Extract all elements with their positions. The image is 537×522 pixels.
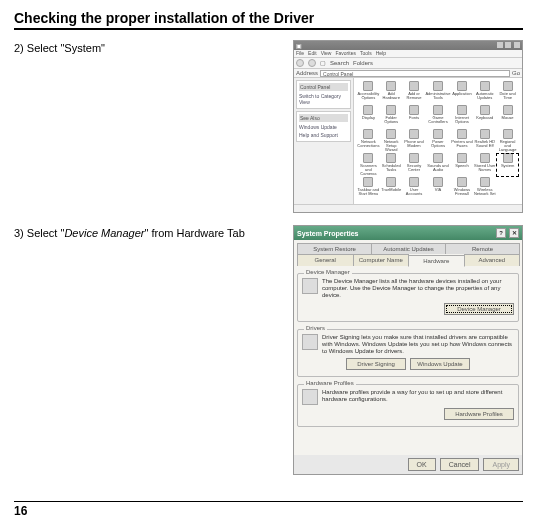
windows-update-button[interactable]: Windows Update bbox=[410, 358, 470, 370]
cp-icon-truemobile[interactable]: TrueMobile bbox=[380, 177, 403, 201]
menu-help[interactable]: Help bbox=[376, 50, 386, 57]
tab-advanced[interactable]: Advanced bbox=[464, 254, 521, 266]
link-help-support[interactable]: Help and Support bbox=[299, 131, 348, 139]
menu-file[interactable]: File bbox=[296, 50, 304, 57]
driver-signing-button[interactable]: Driver Signing bbox=[346, 358, 406, 370]
cp-icon-grid: Accessibility OptionsAdd HardwareAdd or … bbox=[354, 78, 522, 204]
device-manager-icon bbox=[302, 278, 318, 294]
cp-icon-scheduled-tasks[interactable]: Scheduled Tasks bbox=[380, 153, 403, 177]
cp-icon-accessibility-options[interactable]: Accessibility Options bbox=[357, 81, 380, 105]
cp-icon-realtek-hd-sound-eff[interactable]: Realtek HD Sound Eff bbox=[473, 129, 496, 153]
group-hardware-profiles: Hardware Profiles Hardware profiles prov… bbox=[297, 384, 519, 427]
applet-label: Power Options bbox=[425, 140, 450, 148]
folders-button[interactable]: Folders bbox=[353, 60, 373, 66]
cp-icon-speech[interactable]: Speech bbox=[451, 153, 474, 177]
cp-icon-user-accounts[interactable]: User Accounts bbox=[403, 177, 426, 201]
cp-icon-display[interactable]: Display bbox=[357, 105, 380, 129]
cp-icon-internet-options[interactable]: Internet Options bbox=[451, 105, 474, 129]
cp-icon-phone-and-modem[interactable]: Phone and Modem bbox=[403, 129, 426, 153]
cp-icon-stored-user-names[interactable]: Stored User Names bbox=[473, 153, 496, 177]
back-icon[interactable] bbox=[296, 59, 304, 67]
tab-general[interactable]: General bbox=[297, 254, 354, 266]
tab-automatic-updates[interactable]: Automatic Updates bbox=[371, 243, 446, 254]
cp-icon-keyboard[interactable]: Keyboard bbox=[473, 105, 496, 129]
applet-label: Accessibility Options bbox=[357, 92, 380, 100]
search-button[interactable]: Search bbox=[330, 60, 349, 66]
applet-icon bbox=[457, 177, 467, 187]
cp-icon-add-or-remove[interactable]: Add or Remove bbox=[403, 81, 426, 105]
legend-device-manager: Device Manager bbox=[304, 269, 352, 275]
applet-label: Add or Remove bbox=[403, 92, 426, 100]
cp-icon-administrative-tools[interactable]: Administrative Tools bbox=[425, 81, 450, 105]
cp-icon-game-controllers[interactable]: Game Controllers bbox=[425, 105, 450, 129]
applet-icon bbox=[480, 129, 490, 139]
cp-icon-wireless-network-set[interactable]: Wireless Network Set bbox=[473, 177, 496, 201]
menu-view[interactable]: View bbox=[321, 50, 332, 57]
cp-icon-date-and-time[interactable]: Date and Time bbox=[496, 81, 519, 105]
apply-button[interactable]: Apply bbox=[483, 458, 519, 471]
applet-icon bbox=[457, 153, 467, 163]
cp-icon-folder-options[interactable]: Folder Options bbox=[380, 105, 403, 129]
legend-hardware-profiles: Hardware Profiles bbox=[304, 380, 356, 386]
applet-label: Wireless Network Set bbox=[473, 188, 496, 196]
cp-icon-mouse[interactable]: Mouse bbox=[496, 105, 519, 129]
cp-icon-network-connections[interactable]: Network Connections bbox=[357, 129, 380, 153]
applet-icon bbox=[386, 105, 396, 115]
applet-label: Stored User Names bbox=[473, 164, 496, 172]
close-icon[interactable]: ✕ bbox=[509, 228, 519, 238]
menu-favorites[interactable]: Favorites bbox=[335, 50, 356, 57]
forward-icon[interactable] bbox=[308, 59, 316, 67]
applet-icon bbox=[457, 81, 467, 91]
applet-icon bbox=[433, 129, 443, 139]
step-2-row: 2) Select "System" ▣ File Edit View Favo… bbox=[14, 40, 523, 213]
cp-icon-security-center[interactable]: Security Center bbox=[403, 153, 426, 177]
cp-icon-application[interactable]: Application bbox=[451, 81, 474, 105]
minimize-icon[interactable] bbox=[497, 42, 503, 48]
cp-icon-sounds-and-audio[interactable]: Sounds and Audio bbox=[425, 153, 450, 177]
applet-icon bbox=[363, 129, 373, 139]
drivers-text: Driver Signing lets you make sure that i… bbox=[322, 334, 514, 356]
cp-icon-regional-and-language[interactable]: Regional and Language bbox=[496, 129, 519, 153]
cp-icon-windows-firewall[interactable]: Windows Firewall bbox=[451, 177, 474, 201]
applet-label: Realtek HD Sound Eff bbox=[473, 140, 496, 148]
tab-computer-name[interactable]: Computer Name bbox=[353, 254, 410, 266]
cp-sidebar: Control Panel Switch to Category View Se… bbox=[294, 78, 354, 204]
applet-label: Scheduled Tasks bbox=[380, 164, 403, 172]
cp-icon-scanners-and-cameras[interactable]: Scanners and Cameras bbox=[357, 153, 380, 177]
cp-toolbar: ▢ Search Folders bbox=[294, 58, 522, 69]
applet-label: Mouse bbox=[502, 116, 514, 120]
applet-icon bbox=[386, 153, 396, 163]
panel-head-seealso: See Also bbox=[299, 114, 348, 122]
link-switch-view[interactable]: Switch to Category View bbox=[299, 92, 348, 106]
tab-remote[interactable]: Remote bbox=[445, 243, 520, 254]
applet-icon bbox=[457, 105, 467, 115]
close-icon[interactable] bbox=[514, 42, 520, 48]
up-icon[interactable]: ▢ bbox=[320, 59, 326, 66]
device-manager-button[interactable]: Device Manager bbox=[444, 303, 514, 315]
applet-icon bbox=[386, 81, 396, 91]
cp-icon-power-options[interactable]: Power Options bbox=[425, 129, 450, 153]
cancel-button[interactable]: Cancel bbox=[440, 458, 480, 471]
menu-tools[interactable]: Tools bbox=[360, 50, 372, 57]
cp-icon-network-setup-wizard[interactable]: Network Setup Wizard bbox=[380, 129, 403, 153]
tab-hardware[interactable]: Hardware bbox=[408, 255, 465, 267]
hardware-profiles-button[interactable]: Hardware Profiles bbox=[444, 408, 514, 420]
cp-icon-taskbar-and-start-menu[interactable]: Taskbar and Start Menu bbox=[357, 177, 380, 201]
maximize-icon[interactable] bbox=[505, 42, 511, 48]
cp-icon-system[interactable]: System bbox=[496, 153, 519, 177]
cp-icon-fonts[interactable]: Fonts bbox=[403, 105, 426, 129]
cp-icon-via[interactable]: VIA bbox=[425, 177, 450, 201]
cp-icon-add-hardware[interactable]: Add Hardware bbox=[380, 81, 403, 105]
cp-icon-automatic-updates[interactable]: Automatic Updates bbox=[473, 81, 496, 105]
cp-icon-printers-and-faxes[interactable]: Printers and Faxes bbox=[451, 129, 474, 153]
menu-edit[interactable]: Edit bbox=[308, 50, 317, 57]
applet-label: Regional and Language bbox=[496, 140, 519, 152]
applet-icon bbox=[386, 177, 396, 187]
address-input[interactable]: Control Panel bbox=[320, 70, 510, 77]
help-icon[interactable]: ? bbox=[496, 228, 506, 238]
applet-label: VIA bbox=[435, 188, 441, 192]
tab-system-restore[interactable]: System Restore bbox=[297, 243, 372, 254]
go-button[interactable]: Go bbox=[512, 70, 520, 76]
ok-button[interactable]: OK bbox=[408, 458, 436, 471]
link-windows-update[interactable]: Windows Update bbox=[299, 123, 348, 131]
